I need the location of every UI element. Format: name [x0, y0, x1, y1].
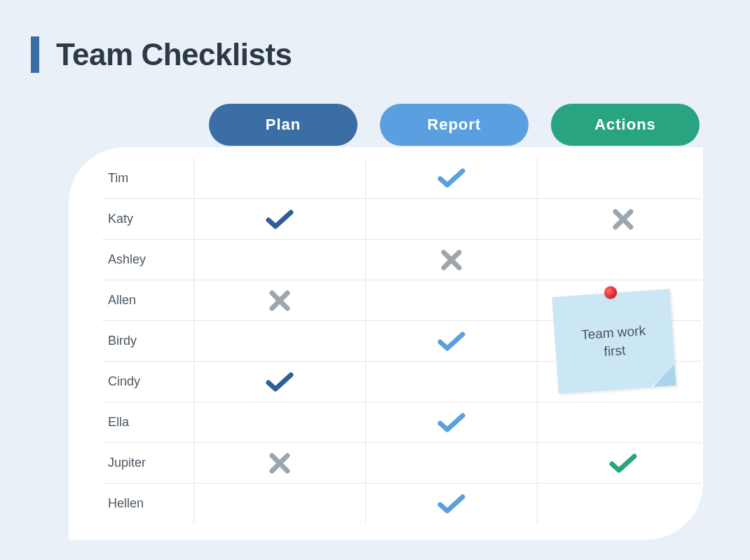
sticky-note[interactable]: Team work first	[552, 289, 676, 393]
check-icon	[437, 411, 465, 434]
check-icon	[437, 167, 465, 189]
column-header-report-label: Report	[428, 116, 482, 134]
table-row: Hellen	[102, 483, 702, 524]
column-header-actions[interactable]: Actions	[551, 104, 700, 146]
cell-plan[interactable]	[193, 484, 365, 524]
member-name: Ashley	[102, 252, 193, 267]
member-name: Birdy	[102, 334, 193, 348]
check-icon	[609, 452, 637, 474]
cell-plan[interactable]	[193, 443, 365, 483]
member-name: Katy	[102, 212, 193, 226]
check-icon	[266, 371, 294, 393]
cell-plan[interactable]	[193, 199, 365, 239]
cell-plan[interactable]	[193, 240, 365, 280]
table-row: Katy	[102, 198, 702, 239]
member-name: Hellen	[102, 496, 193, 511]
sticky-note-line1: Team work	[581, 323, 646, 342]
member-name: Cindy	[102, 374, 193, 389]
cell-actions[interactable]	[537, 443, 709, 483]
cell-plan[interactable]	[193, 402, 365, 442]
check-icon	[437, 493, 465, 515]
cell-actions[interactable]	[537, 240, 709, 280]
cell-report[interactable]	[365, 280, 537, 320]
title-bar-accent	[31, 36, 39, 73]
column-header-plan-label: Plan	[266, 116, 301, 134]
column-header-plan[interactable]: Plan	[209, 104, 357, 146]
table-row: Ella	[102, 402, 702, 442]
pin-icon	[604, 286, 618, 299]
cross-icon	[269, 290, 290, 311]
page-header: Team Checklists	[0, 0, 750, 73]
member-name: Allen	[102, 293, 193, 308]
cell-plan[interactable]	[193, 158, 365, 198]
cell-actions[interactable]	[537, 484, 709, 524]
member-name: Tim	[102, 171, 193, 186]
cell-actions[interactable]	[537, 158, 709, 198]
cell-plan[interactable]	[193, 280, 365, 320]
cell-report[interactable]	[365, 402, 537, 442]
cell-report[interactable]	[365, 484, 537, 524]
cell-plan[interactable]	[193, 362, 365, 402]
cell-report[interactable]	[365, 240, 537, 280]
cross-icon	[613, 209, 634, 230]
cell-actions[interactable]	[537, 402, 709, 442]
check-icon	[437, 330, 465, 353]
table-row: Jupiter	[102, 442, 702, 483]
member-name: Ella	[102, 415, 193, 430]
check-icon	[266, 208, 294, 231]
cell-report[interactable]	[365, 321, 537, 361]
cell-report[interactable]	[365, 443, 537, 483]
cell-report[interactable]	[365, 362, 537, 402]
note-fold	[650, 364, 676, 387]
cell-report[interactable]	[365, 158, 537, 198]
cross-icon	[441, 250, 462, 271]
sticky-note-text: Team work first	[554, 320, 674, 364]
cell-plan[interactable]	[193, 321, 365, 361]
sticky-note-line2: first	[604, 343, 626, 359]
cell-actions[interactable]	[537, 199, 709, 239]
column-header-report[interactable]: Report	[380, 104, 529, 146]
table-row: Ashley	[102, 239, 702, 280]
cell-report[interactable]	[365, 199, 537, 239]
table-row: Tim	[102, 158, 702, 198]
cross-icon	[269, 453, 290, 474]
page-title: Team Checklists	[56, 37, 292, 72]
column-header-actions-label: Actions	[594, 116, 656, 134]
member-name: Jupiter	[102, 456, 193, 470]
